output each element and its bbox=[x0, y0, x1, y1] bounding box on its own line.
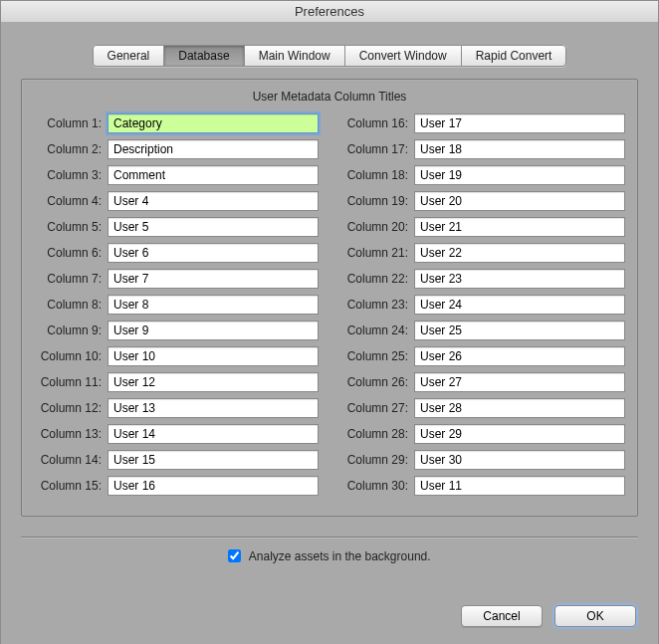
column-right-row-14: Column 29: bbox=[340, 450, 625, 470]
column-right-row-9: Column 24: bbox=[340, 321, 625, 340]
column-right-input-5[interactable] bbox=[414, 217, 625, 237]
column-left-row-12: Column 12: bbox=[34, 398, 319, 418]
column-right-label-10: Column 25: bbox=[340, 349, 414, 363]
column-left-row-6: Column 6: bbox=[34, 243, 319, 263]
column-right-input-11[interactable] bbox=[414, 372, 625, 392]
column-left-input-2[interactable] bbox=[108, 139, 319, 159]
column-left-label-1: Column 1: bbox=[34, 116, 108, 130]
column-left-row-8: Column 8: bbox=[34, 295, 319, 315]
column-right-row-1: Column 16: bbox=[340, 113, 625, 133]
tab-convert-window[interactable]: Convert Window bbox=[344, 45, 461, 67]
tab-main-window[interactable]: Main Window bbox=[244, 45, 344, 67]
column-left-label-5: Column 5: bbox=[34, 220, 108, 234]
column-right-input-4[interactable] bbox=[414, 191, 625, 211]
column-left-input-11[interactable] bbox=[108, 372, 319, 392]
tab-bar: GeneralDatabaseMain WindowConvert Window… bbox=[93, 45, 567, 67]
column-left-row-5: Column 5: bbox=[34, 217, 319, 237]
column-right-row-7: Column 22: bbox=[340, 269, 625, 289]
column-right-row-4: Column 19: bbox=[340, 191, 625, 211]
column-left-row-7: Column 7: bbox=[34, 269, 319, 289]
column-right-row-6: Column 21: bbox=[340, 243, 625, 263]
column-left-input-10[interactable] bbox=[108, 346, 319, 366]
column-left-row-15: Column 15: bbox=[34, 476, 319, 496]
column-left-row-4: Column 4: bbox=[34, 191, 319, 211]
column-right-input-13[interactable] bbox=[414, 424, 625, 444]
column-left-input-4[interactable] bbox=[108, 191, 319, 211]
column-right-input-10[interactable] bbox=[414, 346, 625, 366]
column-right-row-5: Column 20: bbox=[340, 217, 625, 237]
divider bbox=[21, 537, 638, 538]
column-left-input-14[interactable] bbox=[108, 450, 319, 470]
column-left-row-1: Column 1: bbox=[34, 113, 319, 133]
column-left-input-3[interactable] bbox=[108, 165, 319, 185]
column-left-input-13[interactable] bbox=[108, 424, 319, 444]
column-left-row-13: Column 13: bbox=[34, 424, 319, 444]
column-right-input-7[interactable] bbox=[414, 269, 625, 289]
column-right-label-15: Column 30: bbox=[340, 479, 414, 493]
column-left-label-13: Column 13: bbox=[34, 427, 108, 441]
cancel-button[interactable]: Cancel bbox=[461, 605, 543, 627]
column-left-input-7[interactable] bbox=[108, 269, 319, 289]
analyze-checkbox-row: Analyze assets in the background. bbox=[1, 548, 658, 563]
column-left-row-2: Column 2: bbox=[34, 139, 319, 159]
column-left-input-5[interactable] bbox=[108, 217, 319, 237]
column-right-label-2: Column 17: bbox=[340, 142, 414, 156]
column-right-row-10: Column 25: bbox=[340, 346, 625, 366]
window-title: Preferences bbox=[295, 4, 364, 19]
column-right-row-15: Column 30: bbox=[340, 476, 625, 496]
section-title: User Metadata Column Titles bbox=[34, 90, 625, 104]
tab-database[interactable]: Database bbox=[163, 45, 243, 67]
column-left-label-7: Column 7: bbox=[34, 272, 108, 286]
column-left-label-2: Column 2: bbox=[34, 142, 108, 156]
tab-rapid-convert[interactable]: Rapid Convert bbox=[461, 45, 567, 67]
right-column-group: Column 16:Column 17:Column 18:Column 19:… bbox=[340, 113, 625, 502]
column-left-row-14: Column 14: bbox=[34, 450, 319, 470]
column-right-label-13: Column 28: bbox=[340, 427, 414, 441]
column-right-input-2[interactable] bbox=[414, 139, 625, 159]
window-titlebar: Preferences bbox=[1, 1, 658, 23]
button-bar: Cancel OK bbox=[461, 605, 636, 627]
column-right-input-6[interactable] bbox=[414, 243, 625, 263]
column-right-label-5: Column 20: bbox=[340, 220, 414, 234]
column-left-label-12: Column 12: bbox=[34, 401, 108, 415]
column-right-row-12: Column 27: bbox=[340, 398, 625, 418]
column-left-label-8: Column 8: bbox=[34, 298, 108, 312]
column-right-input-14[interactable] bbox=[414, 450, 625, 470]
column-right-input-15[interactable] bbox=[414, 476, 625, 496]
column-right-input-3[interactable] bbox=[414, 165, 625, 185]
column-left-input-15[interactable] bbox=[108, 476, 319, 496]
column-left-label-15: Column 15: bbox=[34, 479, 108, 493]
column-left-input-8[interactable] bbox=[108, 295, 319, 315]
column-left-row-11: Column 11: bbox=[34, 372, 319, 392]
column-left-row-9: Column 9: bbox=[34, 321, 319, 340]
window-body: GeneralDatabaseMain WindowConvert Window… bbox=[1, 23, 658, 644]
column-left-label-11: Column 11: bbox=[34, 375, 108, 389]
column-right-label-7: Column 22: bbox=[340, 272, 414, 286]
column-left-label-14: Column 14: bbox=[34, 453, 108, 467]
column-left-input-9[interactable] bbox=[108, 321, 319, 340]
column-right-input-8[interactable] bbox=[414, 295, 625, 315]
column-right-label-9: Column 24: bbox=[340, 323, 414, 337]
column-right-input-12[interactable] bbox=[414, 398, 625, 418]
column-left-input-1[interactable] bbox=[108, 113, 319, 133]
column-right-label-14: Column 29: bbox=[340, 453, 414, 467]
column-right-label-1: Column 16: bbox=[340, 116, 414, 130]
column-right-label-12: Column 27: bbox=[340, 401, 414, 415]
column-left-label-9: Column 9: bbox=[34, 323, 108, 337]
tab-general[interactable]: General bbox=[93, 45, 164, 67]
ok-button[interactable]: OK bbox=[554, 605, 636, 627]
column-right-label-11: Column 26: bbox=[340, 375, 414, 389]
column-left-label-10: Column 10: bbox=[34, 349, 108, 363]
column-left-input-12[interactable] bbox=[108, 398, 319, 418]
column-left-label-6: Column 6: bbox=[34, 246, 108, 260]
column-left-label-3: Column 3: bbox=[34, 168, 108, 182]
column-left-row-3: Column 3: bbox=[34, 165, 319, 185]
database-panel: User Metadata Column Titles Column 1:Col… bbox=[21, 79, 638, 517]
column-right-row-13: Column 28: bbox=[340, 424, 625, 444]
column-right-input-9[interactable] bbox=[414, 321, 625, 340]
column-right-input-1[interactable] bbox=[414, 113, 625, 133]
column-left-input-6[interactable] bbox=[108, 243, 319, 263]
analyze-background-label[interactable]: Analyze assets in the background. bbox=[249, 549, 431, 563]
column-right-row-3: Column 18: bbox=[340, 165, 625, 185]
analyze-background-checkbox[interactable] bbox=[228, 549, 241, 562]
